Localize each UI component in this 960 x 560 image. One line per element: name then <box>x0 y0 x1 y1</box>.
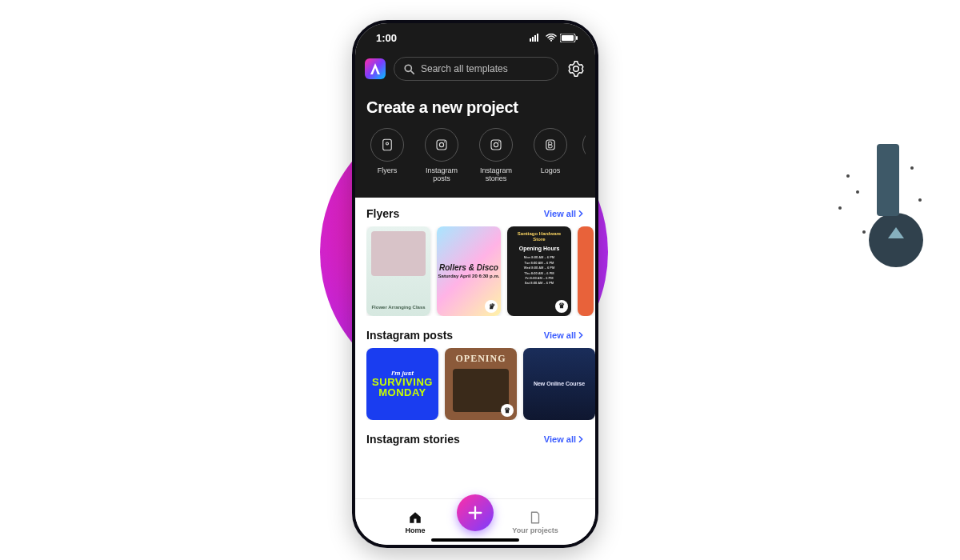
search-icon <box>404 64 414 74</box>
svg-point-2 <box>846 174 850 178</box>
plus-icon <box>466 504 484 522</box>
phone-frame: 1:00 Search all templates <box>352 20 598 548</box>
svg-rect-1 <box>877 144 899 216</box>
template-flyer-4[interactable] <box>578 226 594 316</box>
settings-button[interactable] <box>566 59 586 78</box>
tab-home[interactable]: Home <box>383 510 447 534</box>
svg-rect-14 <box>562 35 574 41</box>
flyers-row[interactable]: Flower Arranging Class Rollers & Disco S… <box>366 226 595 316</box>
viewall-posts[interactable]: View all <box>544 330 584 340</box>
svg-point-0 <box>869 213 923 267</box>
section-title-posts: Instagram posts <box>366 329 453 342</box>
premium-badge-icon: ♛ <box>485 300 498 313</box>
svg-point-22 <box>444 142 446 143</box>
section-flyers: Flyers View all Flower Arranging Class R… <box>366 207 595 316</box>
chevron-right-icon <box>578 436 584 442</box>
chevron-right-icon <box>578 332 584 338</box>
instagram-icon <box>434 138 449 152</box>
svg-rect-15 <box>576 36 578 40</box>
battery-icon <box>560 34 578 42</box>
tab-your-projects[interactable]: Your projects <box>503 510 567 534</box>
svg-point-4 <box>838 206 842 210</box>
svg-point-25 <box>498 142 500 143</box>
logo-a-icon <box>369 62 382 75</box>
svg-rect-11 <box>537 34 538 42</box>
search-input[interactable]: Search all templates <box>394 57 558 81</box>
home-icon <box>408 510 422 525</box>
category-instagram-posts[interactable]: Instagram posts <box>421 128 462 183</box>
status-icons <box>530 34 578 42</box>
category-instagram-stories[interactable]: Instagram stories <box>475 128 517 183</box>
gear-icon <box>568 61 584 77</box>
svg-point-19 <box>386 142 389 145</box>
chevron-right-icon <box>578 210 584 217</box>
svg-point-21 <box>439 142 443 146</box>
app-logo[interactable] <box>365 58 386 79</box>
svg-line-17 <box>411 70 414 74</box>
home-indicator <box>431 538 519 542</box>
category-flyers[interactable]: Flyers <box>366 128 408 183</box>
premium-badge-icon: ♛ <box>501 404 514 417</box>
instagram-icon <box>489 138 503 152</box>
content-scroll[interactable]: Flyers View all Flower Arranging Class R… <box>355 198 595 498</box>
svg-rect-9 <box>532 37 534 42</box>
section-title-stories: Instagram stories <box>366 433 460 446</box>
premium-badge-icon: ♛ <box>555 300 568 313</box>
template-post-1[interactable]: I'm just SURVIVING MONDAY <box>366 348 438 420</box>
category-row[interactable]: Flyers Instagram posts Instagram stories… <box>365 128 586 183</box>
category-logos[interactable]: Logos <box>530 128 571 183</box>
status-bar: 1:00 <box>355 23 595 52</box>
posts-row[interactable]: I'm just SURVIVING MONDAY OPENING ♛ New … <box>366 348 595 420</box>
svg-rect-8 <box>530 38 531 42</box>
app-header: Search all templates Create a new projec… <box>355 52 595 198</box>
bg-blob-decor <box>816 128 928 288</box>
wifi-icon <box>546 34 557 42</box>
status-time: 1:00 <box>376 32 397 44</box>
logo-b-icon <box>543 138 558 152</box>
svg-point-7 <box>918 198 922 202</box>
header-title: Create a new project <box>366 98 586 117</box>
category-more[interactable]: Y the <box>584 128 586 183</box>
new-project-fab[interactable] <box>457 494 494 531</box>
template-flyer-1[interactable]: Flower Arranging Class <box>366 226 430 316</box>
projects-icon <box>528 510 542 525</box>
section-instagram-stories: Instagram stories View all <box>366 433 595 446</box>
flyer-icon <box>380 138 394 152</box>
section-title-flyers: Flyers <box>366 207 399 220</box>
svg-point-5 <box>862 230 866 234</box>
svg-point-6 <box>910 166 914 170</box>
svg-rect-10 <box>534 35 536 42</box>
phone-screen: 1:00 Search all templates <box>355 23 595 545</box>
svg-point-24 <box>494 142 498 146</box>
template-post-2[interactable]: OPENING ♛ <box>445 348 517 420</box>
search-placeholder: Search all templates <box>421 63 508 74</box>
tab-bar: Home Your projects <box>355 498 595 545</box>
viewall-flyers[interactable]: View all <box>544 209 584 218</box>
template-flyer-2[interactable]: Rollers & Disco Saturday April 20 6:30 p… <box>437 226 501 316</box>
svg-point-3 <box>856 190 859 194</box>
signal-icon <box>530 34 542 42</box>
viewall-stories[interactable]: View all <box>544 434 584 444</box>
section-instagram-posts: Instagram posts View all I'm just SURVIV… <box>366 329 595 420</box>
template-post-3[interactable]: New Online Course <box>523 348 595 420</box>
svg-point-12 <box>550 40 552 42</box>
template-flyer-3[interactable]: Santiago Hardware Store Opening Hours Mo… <box>507 226 571 316</box>
